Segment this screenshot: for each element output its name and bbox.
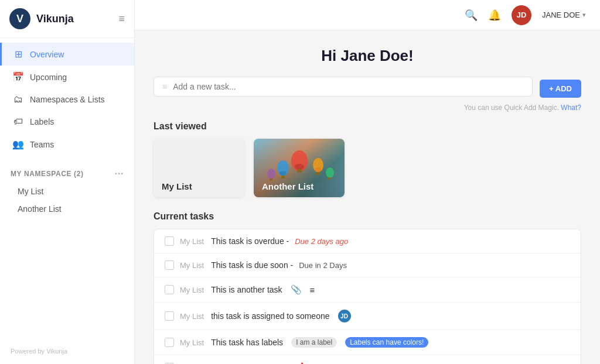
labels-icon: 🏷 <box>12 116 24 127</box>
current-tasks-section: Current tasks My List This task is overd… <box>154 211 581 364</box>
overview-icon: ⊞ <box>12 49 24 60</box>
task-due: Due 2 days ago <box>295 237 348 246</box>
main-content: 🔍 🔔 JD JANE DOE ▾ Hi Jane Doe! ≡ + ADD Y… <box>135 0 600 364</box>
quick-add-hint-link[interactable]: What? <box>561 104 581 112</box>
sidebar-item-label: Upcoming <box>30 73 67 82</box>
powered-by: Powered by Vikunja <box>0 338 134 364</box>
svg-rect-12 <box>270 178 272 181</box>
svg-rect-2 <box>297 169 302 173</box>
sidebar-item-label: Teams <box>30 140 54 149</box>
last-viewed-title: Last viewed <box>154 121 581 132</box>
table-row: My List This task is due soon - Due in 2… <box>154 253 581 277</box>
task-checkbox[interactable] <box>165 338 174 347</box>
main-nav: ⊞ Overview 📅 Upcoming 🗂 Namespaces & Lis… <box>0 38 134 160</box>
table-row: My List this task is assigned to someone… <box>154 303 581 330</box>
topbar: 🔍 🔔 JD JANE DOE ▾ <box>135 0 600 30</box>
list-card-anotherlist[interactable]: Another List <box>254 139 345 197</box>
task-checkbox[interactable] <box>165 260 174 270</box>
svg-point-11 <box>267 169 275 179</box>
task-checkbox[interactable] <box>165 236 174 246</box>
current-tasks-title: Current tasks <box>154 211 581 222</box>
teams-icon: 👥 <box>12 139 24 150</box>
table-row: My List This task has labels I am a labe… <box>154 330 581 355</box>
svg-point-13 <box>326 167 334 178</box>
namespaces-icon: 🗂 <box>12 94 24 105</box>
content-area: Hi Jane Doe! ≡ + ADD You can use Quick A… <box>135 30 600 364</box>
search-icon[interactable]: 🔍 <box>465 9 478 22</box>
app-logo: V <box>9 8 30 29</box>
user-name-label: JANE DOE <box>542 11 580 19</box>
task-text: This task is due soon - <box>211 260 293 270</box>
tasks-list: My List This task is overdue - Due 2 day… <box>154 229 581 364</box>
sidebar-item-label: Overview <box>30 50 64 59</box>
namespace-list-item-anotherlist[interactable]: Another List <box>11 200 124 218</box>
app-name: Vikunja <box>36 13 74 25</box>
add-button[interactable]: + ADD <box>540 80 581 98</box>
task-list-name: My List <box>180 312 204 321</box>
namespace-options-button[interactable]: ··· <box>115 169 124 179</box>
sidebar-item-namespaces[interactable]: 🗂 Namespaces & Lists <box>0 88 134 111</box>
sidebar-item-label: Labels <box>30 117 54 126</box>
svg-point-6 <box>279 171 287 176</box>
list-card-label: My List <box>162 181 192 191</box>
namespace-list-item-mylist[interactable]: My List <box>11 183 124 200</box>
subtasks-icon: ≡ <box>310 285 315 295</box>
chevron-down-icon: ▾ <box>582 11 586 19</box>
hamburger-icon[interactable]: ≡ <box>118 13 125 25</box>
label-badge: Labels can have colors! <box>345 337 428 348</box>
notifications-icon[interactable]: 🔔 <box>488 9 501 22</box>
task-checkbox[interactable] <box>165 285 174 294</box>
upcoming-icon: 📅 <box>12 71 24 83</box>
task-text: This is another task <box>211 285 282 294</box>
task-text: this task is assigned to someone <box>211 311 329 321</box>
user-menu[interactable]: JANE DOE ▾ <box>542 11 586 19</box>
sidebar-item-upcoming[interactable]: 📅 Upcoming <box>0 66 134 88</box>
task-icon: ≡ <box>162 82 167 91</box>
svg-rect-10 <box>316 172 320 175</box>
avatar[interactable]: JD <box>512 5 531 25</box>
svg-point-9 <box>315 168 322 172</box>
sidebar-item-label: Namespaces & Lists <box>30 95 105 104</box>
task-due: Due in 2 Days <box>299 261 347 270</box>
task-list-name: My List <box>180 261 204 270</box>
namespace-section: MY NAMESPACE (2) ··· My List Another Lis… <box>0 160 134 221</box>
sidebar: V Vikunja ≡ ⊞ Overview 📅 Upcoming 🗂 Name… <box>0 0 135 364</box>
page-title: Hi Jane Doe! <box>154 47 581 65</box>
svg-point-1 <box>295 164 304 170</box>
svg-rect-7 <box>281 176 285 178</box>
table-row: My List This task is important ❗ Urgent <box>154 355 581 364</box>
table-row: My List This task is overdue - Due 2 day… <box>154 229 581 253</box>
table-row: My List This is another task 📎 ≡ <box>154 277 581 303</box>
sidebar-item-teams[interactable]: 👥 Teams <box>0 133 134 156</box>
namespace-header: MY NAMESPACE (2) ··· <box>11 169 124 179</box>
task-list-name: My List <box>180 286 204 294</box>
quick-add-input[interactable] <box>173 82 524 91</box>
assignee-avatar: JD <box>338 310 351 322</box>
task-text: This task has labels <box>211 338 283 347</box>
namespace-title: MY NAMESPACE (2) <box>11 170 84 178</box>
svg-rect-14 <box>328 177 331 180</box>
last-viewed-section: Last viewed My List <box>154 121 581 197</box>
task-text: This task is overdue - <box>211 236 289 246</box>
sidebar-item-overview[interactable]: ⊞ Overview <box>0 43 134 66</box>
sidebar-header: V Vikunja ≡ <box>0 0 134 38</box>
last-viewed-cards: My List <box>154 139 581 197</box>
list-card-mylist[interactable]: My List <box>154 139 244 197</box>
task-checkbox[interactable] <box>165 311 174 321</box>
attachment-icon: 📎 <box>291 284 302 295</box>
quick-add-hint: You can use Quick Add Magic. What? <box>154 104 581 112</box>
task-list-name: My List <box>180 237 204 246</box>
task-list-name: My List <box>180 338 204 347</box>
label-badge: I am a label <box>291 337 337 348</box>
quick-add-bar: ≡ <box>154 77 533 97</box>
list-card-label: Another List <box>262 181 313 191</box>
sidebar-item-labels[interactable]: 🏷 Labels <box>0 111 134 133</box>
